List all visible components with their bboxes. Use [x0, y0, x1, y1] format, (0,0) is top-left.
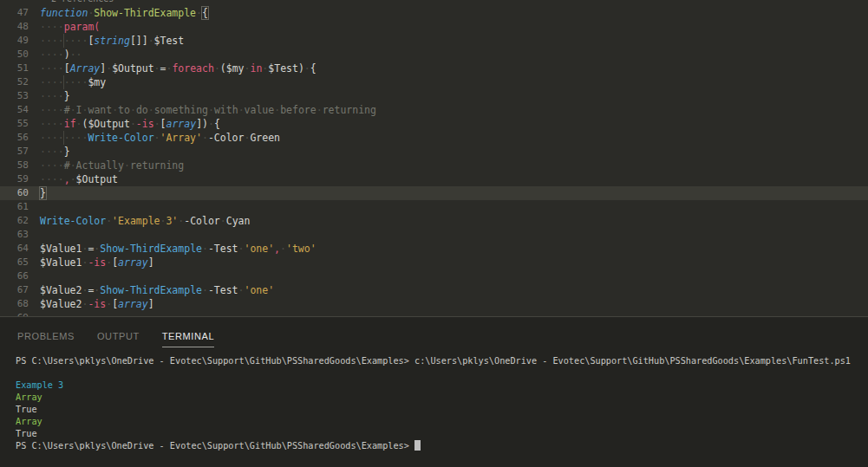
code-line[interactable]: 62Write-Color·'Example·3'·-Color·Cyan	[0, 214, 868, 228]
line-number[interactable]: 62	[0, 214, 40, 228]
code-token: array	[118, 256, 148, 269]
code-token: -Test	[208, 243, 238, 255]
code-line[interactable]: 49········[string[]]·$Test	[0, 34, 868, 48]
line-number[interactable]: 49	[0, 34, 40, 48]
code-token: 'one'	[244, 284, 274, 296]
code-token: {	[202, 7, 208, 19]
code-text: ····)··	[40, 48, 82, 62]
code-token: 3'	[166, 215, 178, 227]
code-text: ····if·($Output·-is·[array])·{	[40, 117, 220, 131]
line-number[interactable]: 48	[0, 20, 40, 34]
code-line[interactable]: 51····[Array]·$Output·=·foreach·($my·in·…	[0, 62, 868, 75]
code-line[interactable]: 50····)··	[0, 48, 868, 62]
code-editor[interactable]: 2 references 47function·Show-ThirdExampl…	[0, 0, 868, 317]
code-token: }	[40, 187, 46, 199]
code-line[interactable]: 52········$my	[0, 75, 868, 89]
code-line[interactable]: 69	[0, 311, 868, 317]
terminal-line: True	[16, 428, 868, 440]
code-line[interactable]: 66	[0, 269, 868, 283]
line-number[interactable]: 63	[0, 228, 40, 242]
code-line[interactable]: 58····#·Actually·returning	[0, 159, 868, 172]
code-token: 'Example	[112, 215, 160, 227]
codelens-references[interactable]: 2 references	[0, 0, 868, 6]
terminal-line	[16, 367, 868, 379]
code-token: $Value2	[40, 298, 82, 310]
code-line[interactable]: 63	[0, 228, 868, 242]
code-token: Show-ThirdExample	[100, 243, 202, 255]
code-text: $Value2·-is·[array]	[40, 297, 154, 311]
code-line[interactable]: 48····param(	[0, 20, 868, 34]
line-number[interactable]: 55	[0, 117, 40, 131]
code-token: ])	[196, 118, 208, 130]
line-number[interactable]: 68	[0, 297, 40, 311]
code-text: Write-Color·'Example·3'·-Color·Cyan	[40, 214, 250, 228]
whitespace-dots: ····	[40, 159, 64, 172]
terminal-text: Example 3	[16, 380, 63, 390]
code-line[interactable]: 57····}	[0, 145, 868, 159]
line-number[interactable]: 65	[0, 256, 40, 269]
code-token: in	[250, 62, 262, 75]
code-text: $Value2·=·Show-ThirdExample·-Test·'one'	[40, 283, 274, 297]
code-text: ····param(	[40, 20, 100, 34]
whitespace-dots: ·	[124, 159, 130, 172]
line-number[interactable]: 59	[0, 172, 40, 186]
code-line[interactable]: 65$Value1·-is·[array]	[0, 256, 868, 269]
code-line[interactable]: 54····#·I·want·to·do·something·with·valu…	[0, 103, 868, 117]
code-line[interactable]: 59····,·$Output	[0, 172, 868, 186]
terminal-text: PS C:\Users\pklys\OneDrive - Evotec\Supp…	[16, 441, 414, 451]
code-line[interactable]: 67$Value2·=·Show-ThirdExample·-Test·'one…	[0, 283, 868, 297]
whitespace-dots: ··	[70, 49, 82, 61]
code-line[interactable]: 68$Value2·-is·[array]	[0, 297, 868, 311]
line-number[interactable]: 69	[0, 311, 40, 317]
line-number[interactable]: 60	[0, 186, 40, 200]
code-token: returning	[323, 104, 376, 116]
line-number[interactable]: 52	[0, 75, 40, 89]
whitespace-dots: ·	[202, 132, 208, 144]
line-number[interactable]: 54	[0, 103, 40, 117]
code-line[interactable]: 61	[0, 200, 868, 214]
code-token: Write-Color	[88, 132, 153, 144]
code-token: if	[64, 118, 76, 130]
line-number[interactable]: 50	[0, 48, 40, 62]
whitespace-dots: ·	[220, 215, 226, 227]
code-text: ····#·I·want·to·do·something·with·value·…	[40, 103, 376, 117]
whitespace-dots: ····	[40, 118, 64, 130]
code-line[interactable]: 47function·Show-ThirdExample·{	[0, 6, 868, 20]
code-token: $my	[226, 62, 245, 75]
code-line[interactable]: 64$Value1·=·Show-ThirdExample·-Test·'one…	[0, 242, 868, 256]
terminal-text: True	[16, 405, 37, 414]
line-number[interactable]: 58	[0, 159, 40, 172]
tab-output[interactable]: OUTPUT	[97, 331, 140, 347]
code-token: )	[298, 62, 304, 75]
code-token: Show-ThirdExample	[94, 7, 196, 19]
code-line[interactable]: 55····if·($Output·-is·[array])·{	[0, 117, 868, 131]
code-line[interactable]: 56········Write-Color·'Array'·-Color·Gre…	[0, 131, 868, 145]
line-number[interactable]: 57	[0, 145, 40, 159]
line-number[interactable]: 47	[0, 6, 40, 20]
line-number[interactable]: 51	[0, 62, 40, 75]
code-token: I	[76, 104, 82, 116]
code-text: ········[string[]]·$Test	[40, 34, 184, 48]
terminal[interactable]: PS C:\Users\pklys\OneDrive - Evotec\Supp…	[0, 355, 868, 452]
code-text: ····[Array]·$Output·=·foreach·($my·in·$T…	[40, 62, 317, 75]
terminal-line: PS C:\Users\pklys\OneDrive - Evotec\Supp…	[16, 355, 868, 367]
code-token: array	[118, 298, 148, 310]
line-number[interactable]: 56	[0, 131, 40, 145]
code-token: $Value1	[40, 243, 82, 255]
tab-terminal[interactable]: TERMINAL	[162, 331, 214, 347]
line-number[interactable]: 66	[0, 269, 40, 283]
code-line[interactable]: 53····}	[0, 89, 868, 103]
code-line[interactable]: 60}	[0, 186, 868, 200]
code-token: -is	[136, 118, 154, 130]
terminal-line: Example 3	[16, 379, 868, 392]
line-number[interactable]: 64	[0, 242, 40, 256]
code-token: want	[88, 104, 112, 116]
whitespace-dots: ·	[208, 118, 214, 130]
line-number[interactable]: 53	[0, 89, 40, 103]
code-token: Write-Color	[40, 215, 106, 227]
code-token: }	[64, 90, 70, 102]
line-number[interactable]: 61	[0, 200, 40, 214]
line-number[interactable]: 67	[0, 283, 40, 297]
tab-problems[interactable]: PROBLEMS	[17, 331, 75, 347]
code-token: Cyan	[226, 215, 251, 227]
